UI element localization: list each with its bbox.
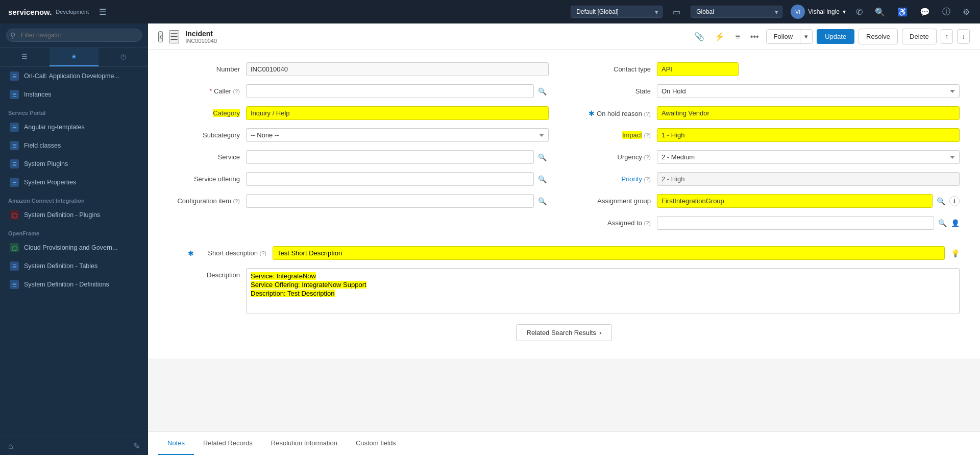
- scope-dropdown[interactable]: Global: [691, 6, 782, 18]
- nav-sidebar-toggle[interactable]: ☰: [97, 5, 108, 19]
- phone-icon[interactable]: ✆: [854, 5, 865, 19]
- sidebar-item-sys-def-defs-label: System Definition - Definitions: [24, 281, 109, 288]
- sidebar-item-instances[interactable]: ☰ Instances: [0, 85, 148, 104]
- impact-help-icon[interactable]: (?): [644, 132, 651, 138]
- contact-type-select[interactable]: API: [657, 62, 739, 76]
- tab-custom-fields[interactable]: Custom fields: [347, 432, 405, 455]
- sidebar-item-sys-def-tables[interactable]: ☰ System Definition - Tables: [0, 257, 148, 275]
- sidebar-item-on-call[interactable]: ☰ On-Call: Application Developme...: [0, 67, 148, 85]
- settings-form-icon[interactable]: ≡: [732, 30, 743, 43]
- related-search-label: Related Search Results: [527, 329, 597, 337]
- tab-notes[interactable]: Notes: [158, 432, 194, 455]
- service-search-icon[interactable]: 🔍: [536, 151, 549, 163]
- back-button[interactable]: ‹: [158, 31, 163, 42]
- on-hold-reason-control: Awaiting Vendor: [657, 106, 960, 120]
- priority-row: Priority (?): [579, 172, 960, 186]
- update-button[interactable]: Update: [817, 29, 854, 44]
- accessibility-icon[interactable]: ♿: [895, 5, 910, 19]
- sidebar-edit-icon[interactable]: ✎: [133, 441, 140, 451]
- sidebar-item-system-plugins[interactable]: ☰ System Plugins: [0, 155, 148, 173]
- bottom-tabs: Notes Related Records Resolution Informa…: [148, 432, 980, 455]
- assigned-to-label: Assigned to (?): [579, 219, 651, 227]
- global-dropdown[interactable]: Default [Global]: [571, 6, 663, 18]
- sidebar-item-sys-def-defs[interactable]: ☰ System Definition - Definitions: [0, 275, 148, 294]
- assigned-to-help-icon[interactable]: (?): [644, 220, 651, 226]
- number-input[interactable]: [246, 62, 549, 76]
- menu-button[interactable]: ☰: [169, 30, 179, 43]
- impact-select[interactable]: 1 - High: [657, 128, 960, 142]
- tab-resolution-info[interactable]: Resolution Information: [262, 432, 347, 455]
- main-layout: ☰ ★ ◷ ☰ On-Call: Application Developme..…: [0, 23, 980, 455]
- config-item-control: 🔍: [246, 194, 549, 208]
- caller-help-icon[interactable]: (?): [233, 88, 240, 94]
- service-offering-label: Service offering: [168, 175, 240, 183]
- state-select[interactable]: On Hold: [657, 84, 960, 98]
- on-hold-help-icon[interactable]: (?): [644, 111, 651, 117]
- resolve-button[interactable]: Resolve: [859, 29, 898, 44]
- scope-dropdown-wrap: Global: [691, 6, 782, 18]
- sidebar-item-angular[interactable]: ☰ Angular ng-templates: [0, 118, 148, 136]
- follow-button[interactable]: Follow: [767, 30, 800, 43]
- related-search-button[interactable]: Related Search Results ›: [516, 324, 612, 341]
- system-plugins-icon: ☰: [10, 159, 19, 169]
- sidebar-filter-input[interactable]: [6, 29, 142, 42]
- sidebar-tab-favorites[interactable]: ★: [50, 47, 99, 66]
- attachment-icon[interactable]: 📎: [691, 30, 707, 43]
- short-desc-input[interactable]: [273, 246, 945, 260]
- help-icon[interactable]: ⓘ: [940, 5, 952, 19]
- delete-button[interactable]: Delete: [902, 29, 937, 44]
- config-item-label: Configuration item (?): [168, 197, 240, 205]
- sidebar-item-cloud-prov[interactable]: ◯ Cloud Provisioning and Govern...: [0, 238, 148, 257]
- assigned-to-person-icon[interactable]: 👤: [951, 219, 960, 227]
- priority-link[interactable]: Priority: [621, 175, 642, 183]
- nav-compact-icon[interactable]: ▭: [671, 5, 682, 19]
- brand-logo: servicenow.: [8, 8, 52, 16]
- urgency-help-icon[interactable]: (?): [644, 154, 651, 160]
- caller-control: 🔍: [246, 84, 549, 98]
- sidebar-item-system-properties[interactable]: ☰ System Properties: [0, 173, 148, 191]
- config-item-search-icon[interactable]: 🔍: [536, 195, 549, 207]
- form-wrapper: Number * Caller (?): [148, 50, 980, 432]
- sidebar-bottom: ⌂ ✎: [0, 437, 148, 455]
- service-input[interactable]: [246, 150, 534, 164]
- service-label: Service: [168, 153, 240, 161]
- short-desc-label: Short description (?): [200, 249, 266, 257]
- sidebar-home-icon[interactable]: ⌂: [8, 442, 13, 451]
- sidebar-item-field-classes[interactable]: ☰ Field classes: [0, 136, 148, 155]
- assignment-group-input[interactable]: [657, 194, 933, 208]
- priority-help-icon[interactable]: (?): [644, 176, 651, 182]
- config-item-input[interactable]: [246, 194, 534, 208]
- activity-icon[interactable]: ⚡: [712, 30, 728, 43]
- number-label: Number: [168, 65, 240, 73]
- tab-related-records[interactable]: Related Records: [194, 432, 262, 455]
- global-dropdown-wrap: Default [Global]: [571, 6, 663, 18]
- caller-input[interactable]: [246, 84, 534, 98]
- prev-record-button[interactable]: ↑: [941, 29, 953, 44]
- category-select[interactable]: Inquiry / Help: [246, 106, 549, 120]
- search-icon[interactable]: 🔍: [873, 5, 887, 19]
- sidebar-tab-history[interactable]: ◷: [99, 47, 148, 66]
- assigned-to-search-icon[interactable]: 🔍: [936, 217, 949, 229]
- short-desc-ai-icon[interactable]: 💡: [951, 249, 960, 257]
- config-help-icon[interactable]: (?): [233, 198, 240, 204]
- assignment-group-search-icon[interactable]: 🔍: [935, 195, 947, 207]
- urgency-select[interactable]: 2 - Medium: [657, 150, 960, 164]
- more-icon[interactable]: •••: [747, 30, 762, 43]
- assigned-to-input[interactable]: [657, 216, 934, 230]
- short-desc-help-icon[interactable]: (?): [260, 250, 266, 256]
- user-info[interactable]: VI Vishal Ingle ▾: [791, 5, 846, 19]
- follow-dropdown[interactable]: ▾: [800, 30, 812, 43]
- next-record-button[interactable]: ↓: [957, 29, 970, 44]
- service-offering-input[interactable]: [246, 172, 534, 186]
- on-hold-reason-select[interactable]: Awaiting Vendor: [657, 106, 960, 120]
- impact-row: Impact (?) 1 - High: [579, 128, 960, 142]
- sidebar-item-sys-def-plugins[interactable]: ◯ System Definition - Plugins: [0, 206, 148, 224]
- subcategory-select[interactable]: -- None --: [246, 128, 549, 142]
- caller-search-icon[interactable]: 🔍: [536, 85, 549, 98]
- impact-control: 1 - High: [657, 128, 960, 142]
- chat-icon[interactable]: 💬: [918, 5, 932, 19]
- service-offering-search-icon[interactable]: 🔍: [536, 173, 549, 185]
- sidebar-tab-list[interactable]: ☰: [0, 47, 50, 66]
- assignment-group-info-icon[interactable]: ℹ: [949, 196, 960, 206]
- settings-icon[interactable]: ⚙: [961, 5, 972, 19]
